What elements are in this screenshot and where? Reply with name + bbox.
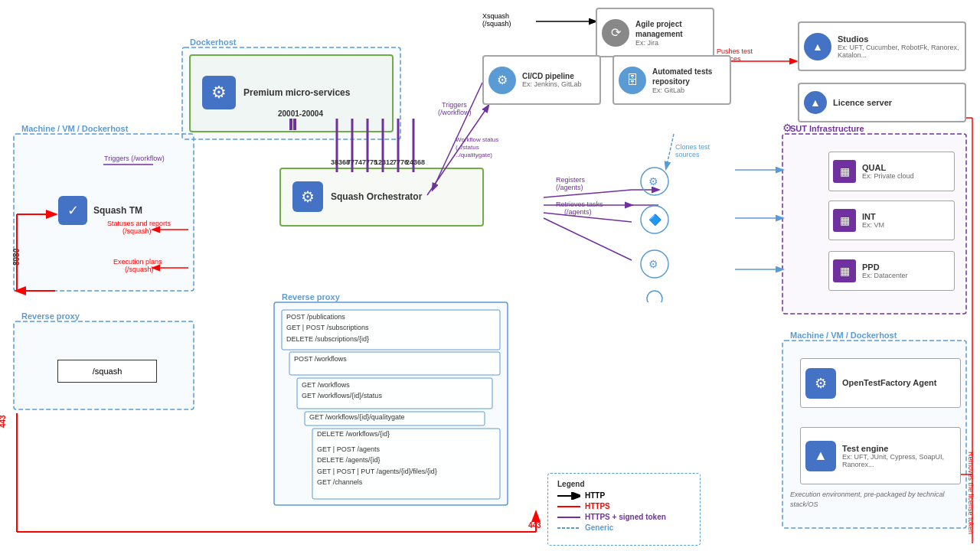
svg-text:Execution plans: Execution plans — [113, 258, 162, 266]
svg-text:12312: 12312 — [374, 158, 394, 166]
legend-http: HTTP — [557, 491, 691, 500]
svg-line-61 — [544, 218, 632, 260]
repo-icon: 🗄 — [619, 67, 646, 94]
otf-icon: ⚙ — [805, 368, 836, 399]
squash-tm-icon: ✓ — [58, 196, 87, 225]
svg-text:Machine / VM / Dockerhost: Machine / VM / Dockerhost — [790, 331, 897, 340]
svg-text:(/agents): (/agents) — [564, 208, 592, 216]
svg-text:7774: 7774 — [347, 158, 362, 166]
cicd-label: CI/CD pipeline — [522, 72, 582, 80]
test-engine-sub: Ex: UFT, JUnit, Cypress, SoapUI, Ranorex… — [842, 453, 956, 468]
studios-icon: ▲ — [804, 33, 831, 60]
exec-env-note: Execution environment, pre-packaged by t… — [790, 490, 955, 509]
api-routes-agents: GET | POST /agents DELETE /agents/{id} G… — [317, 444, 437, 488]
agile-sub: Ex: Jira — [635, 39, 708, 47]
svg-text:Dockerhost: Dockerhost — [190, 37, 237, 47]
otf-label: OpenTestFactory Agent — [842, 377, 936, 388]
svg-text:443: 443 — [528, 521, 541, 530]
test-engine-label: Test engine — [842, 444, 956, 453]
repo-sub: Ex: GitLab — [652, 86, 725, 94]
svg-line-49 — [666, 134, 674, 168]
licence-label: Licence server — [833, 98, 892, 107]
orchestrator-icon: ⚙ — [292, 181, 323, 212]
api-routes-publications: POST /publications GET | POST /subscript… — [286, 311, 369, 344]
svg-text:Removes the license token: Removes the license token — [967, 452, 975, 534]
svg-text:Xsquash: Xsquash — [482, 12, 509, 20]
ppd-icon: ▦ — [833, 259, 856, 282]
legend-box: Legend HTTP HTTPS HTTPS + signed token G… — [547, 473, 701, 546]
cicd-sub: Ex: Jenkins, GitLab — [522, 80, 582, 88]
agile-project-mgmt-box: ⟳ Agile project management Ex: Jira — [596, 8, 714, 57]
svg-text:(/squash): (/squash) — [482, 20, 511, 28]
svg-text:24368: 24368 — [406, 158, 425, 166]
squash-tm-label: Squash TM — [93, 205, 142, 216]
ppd-sub: Ex: Datacenter — [862, 272, 908, 279]
studios-box: ▲ Studios Ex: UFT, Cucumber, RobotFk, Ra… — [798, 21, 966, 71]
legend-title: Legend — [557, 480, 691, 488]
premium-microservices-box: ⚙ Premium micro-services — [198, 63, 385, 122]
squash-path-label: /squash — [93, 367, 122, 376]
agile-icon: ⟳ — [602, 19, 629, 47]
svg-text:⚙: ⚙ — [648, 175, 658, 187]
api-routes-delete-workflow: DELETE /workflows/{id} — [317, 430, 390, 438]
svg-text:Machine / VM / Dockerhost: Machine / VM / Dockerhost — [21, 124, 129, 133]
api-routes-workflows-get: GET /workflows GET /workflows/{id}/statu… — [302, 380, 382, 402]
licence-server-box: ▲ Licence server — [798, 83, 966, 122]
api-routes-qualitygate: GET /workflows/{id}/qualitygate — [309, 413, 404, 421]
svg-text:Reverse proxy: Reverse proxy — [21, 311, 80, 321]
licence-icon: ▲ — [804, 91, 827, 114]
svg-text:Clones test: Clones test — [675, 143, 710, 151]
int-sub: Ex: VM — [862, 221, 884, 229]
squash-path-box: /squash — [57, 360, 157, 383]
otf-agent-box: ⚙ OpenTestFactory Agent — [800, 358, 961, 408]
ppd-label: PPD — [862, 262, 908, 272]
legend-generic-label: Generic — [585, 523, 613, 532]
int-label: INT — [862, 212, 884, 221]
test-engine-box: ▲ Test engine Ex: UFT, JUnit, Cypress, S… — [800, 427, 961, 484]
studios-sub: Ex: UFT, Cucumber, RobotFk, Ranorex, Kat… — [838, 44, 960, 59]
squash-orchestrator-box: ⚙ Squash Orchestrator — [288, 174, 475, 219]
automated-tests-repo-box: 🗄 Automated tests repository Ex: GitLab — [612, 55, 731, 105]
legend-https-signed: HTTPS + signed token — [557, 513, 691, 521]
cicd-icon: ⚙ — [488, 67, 516, 94]
svg-point-93 — [647, 291, 662, 302]
legend-https-signed-label: HTTPS + signed token — [585, 513, 666, 521]
squash-tm-box: ✓ Squash TM — [54, 187, 168, 233]
svg-text:Triggers: Triggers — [442, 101, 467, 109]
premium-label: Premium micro-services — [243, 87, 350, 98]
svg-text:🔷: 🔷 — [648, 214, 662, 227]
legend-generic: Generic — [557, 523, 691, 532]
svg-text:(/agents): (/agents) — [556, 184, 583, 191]
legend-https: HTTPS — [557, 502, 691, 510]
svg-text:Reverse proxy: Reverse proxy — [282, 292, 341, 302]
qual-icon: ▦ — [833, 160, 856, 183]
svg-text:Pushes test: Pushes test — [717, 47, 753, 55]
legend-https-label: HTTPS — [585, 502, 610, 510]
svg-text:SUT Infrastructure: SUT Infrastructure — [790, 124, 864, 133]
api-routes-workflows-post: POST /workflows — [294, 354, 347, 364]
svg-text:(../status: (../status — [456, 144, 479, 151]
int-icon: ▦ — [833, 209, 856, 232]
test-engine-icon: ▲ — [805, 441, 836, 471]
svg-text:⚙: ⚙ — [648, 258, 658, 270]
qual-label: QUAL — [862, 163, 914, 172]
svg-text:sources: sources — [675, 151, 700, 158]
svg-text:Triggers (/workflow): Triggers (/workflow) — [104, 155, 165, 162]
int-box: ▦ INT Ex: VM — [828, 201, 955, 240]
qual-sub: Ex: Private cloud — [862, 172, 914, 180]
svg-text:Retrieves tasks: Retrieves tasks — [556, 201, 603, 208]
svg-text:../qualitygate): ../qualitygate) — [456, 152, 492, 158]
svg-text:Registers: Registers — [556, 176, 586, 184]
ppd-box: ▦ PPD Ex: Datacenter — [828, 251, 955, 291]
legend-http-label: HTTP — [585, 491, 605, 500]
agile-label: Agile project management — [635, 19, 708, 39]
svg-text:443: 443 — [0, 415, 7, 428]
svg-text:(/squash): (/squash) — [125, 266, 154, 273]
svg-text:Workflow status: Workflow status — [456, 136, 498, 143]
repo-label: Automated tests repository — [652, 67, 725, 86]
cicd-pipeline-box: ⚙ CI/CD pipeline Ex: Jenkins, GitLab — [482, 55, 601, 105]
qual-box: ▦ QUAL Ex: Private cloud — [828, 152, 955, 191]
diagram-container: Dockerhost Machine / VM / Dockerhost Rev… — [0, 0, 980, 551]
orchestrator-label: Squash Orchestrator — [331, 191, 422, 202]
studios-label: Studios — [838, 34, 960, 44]
